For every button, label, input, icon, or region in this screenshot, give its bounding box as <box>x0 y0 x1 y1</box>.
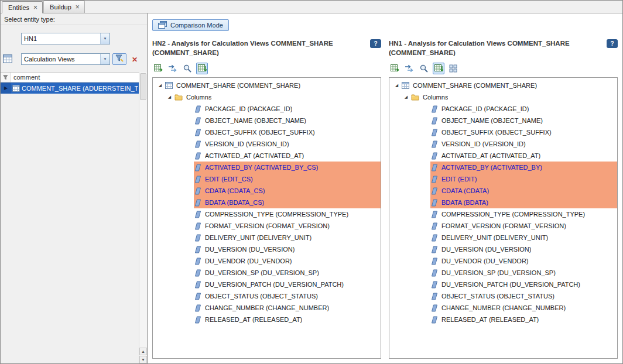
transfer-arrows-icon[interactable] <box>403 63 415 74</box>
tree-item-column[interactable]: RELEASED_AT (RELEASED_AT) <box>389 314 617 325</box>
zoom-icon[interactable] <box>182 63 193 74</box>
panel-hn2-toolbar <box>152 63 381 74</box>
tree-item-label: CHANGE_NUMBER (CHANGE_NUMBER) <box>441 304 566 311</box>
close-icon[interactable]: × <box>33 4 37 11</box>
tree-root-node[interactable]: ◢ COMMENT_SHARE (COMMENT_SHARE) <box>389 80 617 91</box>
tree-item-label: DU_VENDOR (DU_VENDOR) <box>441 257 529 265</box>
tree-item-column[interactable]: DU_VERSION (DU_VERSION) <box>153 243 381 255</box>
transfer-arrows-icon[interactable] <box>167 63 179 74</box>
tree-item-column[interactable]: VERSION_ID (VERSION_ID) <box>153 138 381 150</box>
entity-list-row-selected[interactable]: ▶ COMMENT_SHARE (ADUERRSTEIN_T <box>1 83 139 94</box>
tree-item-column[interactable]: COMPRESSION_TYPE (COMPRESSION_TYPE) <box>153 208 381 220</box>
tree-item-column-changed[interactable]: BDATA (BDATA) <box>389 197 617 208</box>
tab-buildup[interactable]: Buildup × <box>43 1 85 13</box>
panel-hn1: HN1 - Analysis for Calculation Views COM… <box>389 39 618 359</box>
comparison-mode-button[interactable]: Comparison Mode <box>152 19 229 31</box>
tree-item-column[interactable]: DELIVERY_UNIT (DELIVERY_UNIT) <box>389 232 617 243</box>
tree-item-column[interactable]: OBJECT_SUFFIX (OBJECT_SUFFIX) <box>153 126 381 138</box>
chevron-down-icon[interactable]: ▼ <box>100 33 109 44</box>
tree-item-column-changed[interactable]: CDATA (CDATA) <box>389 185 617 197</box>
column-icon <box>195 316 201 324</box>
tree-item-column[interactable]: DU_VERSION_SP (DU_VERSION_SP) <box>389 267 617 279</box>
tree-item-label: DU_VERSION (DU_VERSION) <box>441 246 531 253</box>
comparison-mode-label: Comparison Mode <box>170 22 223 29</box>
tab-entities[interactable]: Entities × <box>2 1 43 13</box>
tree-item-column[interactable]: CHANGE_NUMBER (CHANGE_NUMBER) <box>389 302 617 314</box>
tree-item-label: OBJECT_NAME (OBJECT_NAME) <box>205 117 306 124</box>
tree-item-column[interactable]: CHANGE_NUMBER (CHANGE_NUMBER) <box>153 302 381 314</box>
column-icon <box>432 199 437 207</box>
tree-item-column[interactable]: DU_VERSION_PATCH (DU_VERSION_PATCH) <box>389 279 617 290</box>
help-button[interactable]: ? <box>370 39 381 48</box>
tree-item-column[interactable]: OBJECT_NAME (OBJECT_NAME) <box>153 115 381 126</box>
expand-arrow-icon[interactable]: ◢ <box>403 95 409 99</box>
scroll-up-button[interactable]: ▲ <box>139 348 147 355</box>
expand-arrow-icon[interactable]: ◢ <box>393 83 400 88</box>
tree-item-column[interactable]: VERSION_ID (VERSION_ID) <box>389 138 617 150</box>
column-icon <box>195 269 201 277</box>
clear-filter-button[interactable]: ✕ <box>129 54 141 65</box>
tree-item-column[interactable]: OBJECT_SUFFIX (OBJECT_SUFFIX) <box>389 126 617 138</box>
tree-item-column[interactable]: DU_VENDOR (DU_VENDOR) <box>153 255 381 267</box>
tree-item-column[interactable]: DU_VERSION (DU_VERSION) <box>389 243 617 255</box>
tree-item-column[interactable]: PACKAGE_ID (PACKAGE_ID) <box>153 103 381 115</box>
results-grid-toggle-icon[interactable] <box>196 63 208 74</box>
chevron-down-icon[interactable]: ▼ <box>100 54 109 64</box>
tree-item-column[interactable]: OBJECT_STATUS (OBJECT_STATUS) <box>153 290 381 302</box>
expand-arrow-icon[interactable]: ◢ <box>157 83 163 88</box>
column-icon <box>432 152 437 160</box>
tree-root-node[interactable]: ◢ COMMENT_SHARE (COMMENT_SHARE) <box>153 80 381 91</box>
column-icon <box>195 304 201 312</box>
tree-item-label: VERSION_ID (VERSION_ID) <box>441 140 526 147</box>
tree-item-column[interactable]: RELEASED_AT (RELEASED_AT) <box>153 314 381 325</box>
tree-item-column[interactable]: OBJECT_NAME (OBJECT_NAME) <box>389 115 617 126</box>
tree-root-label: COMMENT_SHARE (COMMENT_SHARE) <box>413 82 537 89</box>
tree-folder-label: Columns <box>423 94 448 101</box>
tree-item-column[interactable]: DU_VENDOR (DU_VENDOR) <box>389 255 617 267</box>
export-table-icon[interactable] <box>152 63 164 74</box>
entity-list-header[interactable]: comment <box>1 72 139 83</box>
tree-item-column[interactable]: FORMAT_VERSION (FORMAT_VERSION) <box>389 220 617 232</box>
results-grid-toggle-icon[interactable] <box>433 63 444 74</box>
tree-item-column[interactable]: FORMAT_VERSION (FORMAT_VERSION) <box>153 220 381 232</box>
help-button[interactable]: ? <box>607 39 618 48</box>
app-window: Entities × Buildup × Select entity type:… <box>0 0 623 364</box>
tree-item-column[interactable]: ACTIVATED_AT (ACTIVATED_AT) <box>153 150 381 162</box>
tree-columns-folder[interactable]: ◢ Columns <box>389 91 617 103</box>
sidebar-scrollbar[interactable]: ▲ ▼ <box>139 72 147 363</box>
system-combobox[interactable]: HN1 ▼ <box>21 33 110 44</box>
expand-arrow-icon[interactable]: ◢ <box>166 95 173 99</box>
filter-funnel-icon <box>115 54 124 64</box>
filter-button[interactable] <box>112 53 126 65</box>
tree-item-column-changed[interactable]: ACTIVATED_BY (ACTIVATED_BY) <box>389 162 617 173</box>
tree-item-column-changed[interactable]: CDATA (CDATA_CS) <box>153 185 381 197</box>
panel-hn1-tree: ◢ COMMENT_SHARE (COMMENT_SHARE) ◢ Colu <box>389 77 618 359</box>
tree-item-column[interactable]: COMPRESSION_TYPE (COMPRESSION_TYPE) <box>389 208 617 220</box>
comment-column-header[interactable]: comment <box>11 73 139 82</box>
scroll-down-button[interactable]: ▼ <box>139 356 147 363</box>
entity-type-combobox[interactable]: Calculation Views ▼ <box>21 53 110 65</box>
close-icon[interactable]: × <box>76 4 80 11</box>
tree-item-column[interactable]: DU_VERSION_SP (DU_VERSION_SP) <box>153 267 381 279</box>
tree-item-column-changed[interactable]: EDIT (EDIT_CS) <box>153 173 381 185</box>
column-icon <box>432 316 437 324</box>
comparison-main-area: Comparison Mode HN2 - Analysis for Calcu… <box>148 13 622 363</box>
scrollbar-thumb[interactable] <box>140 73 146 100</box>
tree-item-column[interactable]: DU_VERSION_PATCH (DU_VERSION_PATCH) <box>153 279 381 290</box>
export-table-icon[interactable] <box>389 63 400 74</box>
zoom-icon[interactable] <box>418 63 430 74</box>
tile-grid-icon[interactable] <box>447 63 459 74</box>
tree-item-column[interactable]: ACTIVATED_AT (ACTIVATED_AT) <box>389 150 617 162</box>
table-grid-icon <box>12 85 20 92</box>
tab-buildup-label: Buildup <box>50 4 71 11</box>
tree-item-column-changed[interactable]: ACTIVATED_BY (ACTIVATED_BY_CS) <box>153 162 381 173</box>
tree-item-column[interactable]: PACKAGE_ID (PACKAGE_ID) <box>389 103 617 115</box>
tree-item-column-changed[interactable]: BDATA (BDATA_CS) <box>153 197 381 208</box>
tree-columns-folder[interactable]: ◢ Columns <box>153 91 381 103</box>
column-icon <box>432 304 437 312</box>
tree-item-column-changed[interactable]: EDIT (EDIT) <box>389 173 617 185</box>
tree-item-column[interactable]: DELIVERY_UNIT (DELIVERY_UNIT) <box>153 232 381 243</box>
tab-bar: Entities × Buildup × <box>1 1 622 13</box>
tree-item-column[interactable]: OBJECT_STATUS (OBJECT_STATUS) <box>389 290 617 302</box>
tree-item-label: BDATA (BDATA_CS) <box>205 199 264 206</box>
